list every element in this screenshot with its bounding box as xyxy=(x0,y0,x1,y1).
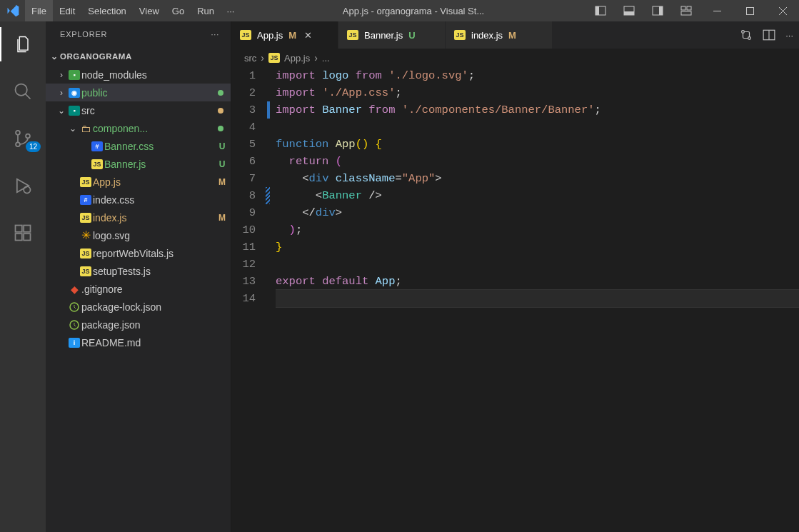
chevron-down-icon: ⌄ xyxy=(56,106,67,116)
window-close-icon[interactable] xyxy=(766,0,799,21)
svg-point-10 xyxy=(16,84,27,96)
activity-bar: 12 xyxy=(0,21,46,532)
svg-rect-15 xyxy=(16,226,22,232)
titlebar: FileEditSelectionViewGoRun ··· App.js - … xyxy=(0,0,799,21)
tab-label: index.js xyxy=(471,30,503,41)
file-Banner.css[interactable]: #Banner.cssU xyxy=(46,137,231,155)
sidebar-title: EXPLORER xyxy=(60,30,107,39)
toggle-secondary-sidebar-icon[interactable] xyxy=(643,0,672,21)
tree-item-label: App.js xyxy=(93,176,213,188)
sidebar: EXPLORER ··· ⌄ ORGANOGRAMA ›▪node_module… xyxy=(46,21,231,532)
svg-rect-17 xyxy=(24,234,30,240)
menu-selection[interactable]: Selection xyxy=(81,0,132,21)
folder-public[interactable]: ›◉public xyxy=(46,84,231,101)
tree-item-label: index.js xyxy=(93,212,213,224)
tab-close-icon[interactable]: ✕ xyxy=(302,30,315,41)
tab-label: App.js xyxy=(257,30,283,41)
activity-explorer-icon[interactable] xyxy=(6,27,40,61)
git-status-dot xyxy=(218,126,223,131)
tab-actions: ··· xyxy=(734,21,799,49)
breadcrumb-part[interactable]: App.js xyxy=(284,53,310,64)
window-maximize-icon[interactable] xyxy=(733,0,766,21)
sidebar-more-icon[interactable]: ··· xyxy=(211,30,219,39)
git-status-badge: U xyxy=(213,141,231,151)
svg-rect-8 xyxy=(681,11,691,15)
vscode-logo-icon xyxy=(0,4,25,18)
tree-item-label: reportWebVitals.js xyxy=(93,248,231,259)
customize-layout-icon[interactable] xyxy=(672,0,700,21)
breadcrumbs[interactable]: src›JSApp.js›... xyxy=(231,49,799,67)
layout-controls xyxy=(586,0,700,21)
svg-point-20 xyxy=(748,37,751,40)
svg-point-14 xyxy=(24,186,30,193)
breadcrumb-part[interactable]: src xyxy=(244,53,256,64)
tab-Banner.js[interactable]: JSBanner.jsU xyxy=(338,21,446,49)
activity-extensions-icon[interactable] xyxy=(6,216,40,250)
svg-rect-6 xyxy=(681,6,685,10)
svg-rect-1 xyxy=(596,6,599,15)
activity-search-icon[interactable] xyxy=(6,74,40,109)
tab-label: Banner.js xyxy=(364,30,403,41)
window-title: App.js - organograma - Visual St... xyxy=(246,6,581,16)
file-Banner.js[interactable]: JSBanner.jsU xyxy=(46,155,231,173)
chevron-right-icon: › xyxy=(261,52,264,64)
code-editor[interactable]: 1234567891011121314 import logo from './… xyxy=(231,67,799,532)
scm-badge: 12 xyxy=(26,141,41,152)
file-package.json[interactable]: package.json xyxy=(46,316,231,333)
file-index.js[interactable]: JSindex.jsM xyxy=(46,209,231,226)
explorer-root-header[interactable]: ⌄ ORGANOGRAMA xyxy=(46,46,231,66)
activity-run-debug-icon[interactable] xyxy=(6,169,40,203)
file-tree: ›▪node_modules›◉public⌄▪src⌄🗀componen...… xyxy=(46,66,231,532)
code-content[interactable]: import logo from './logo.svg';import './… xyxy=(276,67,799,532)
menu-overflow-icon[interactable]: ··· xyxy=(221,0,241,21)
svg-rect-7 xyxy=(687,6,691,10)
file-.gitignore[interactable]: ◆.gitignore xyxy=(46,280,231,298)
svg-rect-3 xyxy=(624,11,634,15)
git-status-dot xyxy=(218,108,223,114)
file-logo.svg[interactable]: ✳logo.svg xyxy=(46,226,231,244)
menu-edit[interactable]: Edit xyxy=(53,0,81,21)
tab-App.js[interactable]: JSApp.jsM✕ xyxy=(231,21,338,49)
chevron-right-icon: › xyxy=(314,52,318,64)
svg-point-13 xyxy=(26,134,30,139)
folder-node_modules[interactable]: ›▪node_modules xyxy=(46,66,231,84)
tab-git-status: M xyxy=(508,30,516,41)
editor-area: JSApp.jsM✕JSBanner.jsUJSindex.jsM ··· sr… xyxy=(231,21,799,532)
sidebar-header: EXPLORER ··· xyxy=(46,21,231,46)
file-README.md[interactable]: iREADME.md xyxy=(46,333,231,351)
tree-item-label: package.json xyxy=(81,319,231,331)
svg-point-19 xyxy=(742,31,745,34)
tab-git-status: M xyxy=(288,30,296,41)
file-index.css[interactable]: #index.css xyxy=(46,191,231,209)
menu-file[interactable]: File xyxy=(25,0,53,21)
activity-source-control-icon[interactable]: 12 xyxy=(6,121,40,156)
menu-view[interactable]: View xyxy=(133,0,166,21)
file-App.js[interactable]: JSApp.jsM xyxy=(46,173,231,191)
file-reportWebVitals.js[interactable]: JSreportWebVitals.js xyxy=(46,244,231,262)
window-minimize-icon[interactable] xyxy=(700,0,733,21)
svg-point-11 xyxy=(16,131,20,135)
tree-item-label: .gitignore xyxy=(81,283,231,295)
folder-componen...[interactable]: ⌄🗀componen... xyxy=(46,119,231,137)
folder-src[interactable]: ⌄▪src xyxy=(46,101,231,119)
more-actions-icon[interactable]: ··· xyxy=(785,30,793,41)
file-setupTests.js[interactable]: JSsetupTests.js xyxy=(46,262,231,280)
toggle-sidebar-icon[interactable] xyxy=(586,0,615,21)
tree-item-label: src xyxy=(81,105,218,116)
toggle-panel-icon[interactable] xyxy=(615,0,643,21)
chevron-down-icon: ⌄ xyxy=(67,124,79,134)
line-number-gutter: 1234567891011121314 xyxy=(231,67,276,532)
git-status-badge: U xyxy=(213,159,231,169)
tab-git-status: U xyxy=(408,30,415,41)
git-status-badge: M xyxy=(213,177,231,187)
chevron-right-icon: › xyxy=(56,88,67,98)
compare-changes-icon[interactable] xyxy=(740,29,753,41)
menu-run[interactable]: Run xyxy=(191,0,221,21)
tree-item-label: setupTests.js xyxy=(93,266,231,277)
tree-item-label: index.css xyxy=(93,194,231,206)
breadcrumb-part[interactable]: ... xyxy=(322,53,330,64)
tab-index.js[interactable]: JSindex.jsM xyxy=(446,21,553,49)
split-editor-icon[interactable] xyxy=(763,29,775,41)
file-package-lock.json[interactable]: package-lock.json xyxy=(46,298,231,316)
menu-go[interactable]: Go xyxy=(166,0,191,21)
